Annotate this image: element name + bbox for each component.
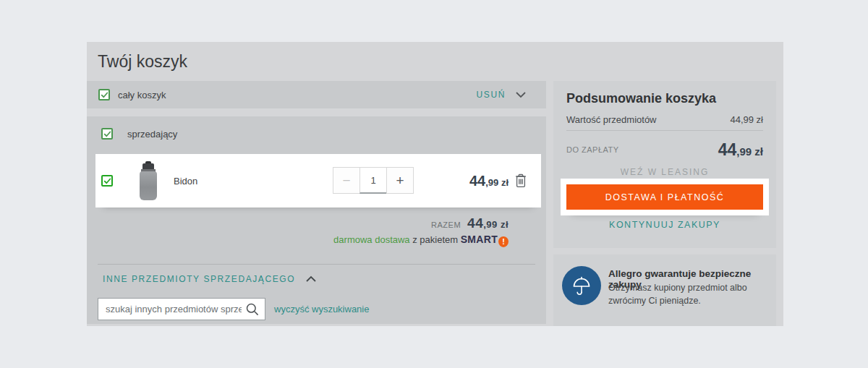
quantity-stepper: − + [333,167,414,194]
cart-container: Twój koszyk cały koszyk USUŃ [87,42,783,326]
product-row: Bidon − + 44,99 zł [100,158,537,203]
summary-divider [566,130,763,131]
page-title: Twój koszyk [98,52,187,72]
items-value: 44,99 zł [730,114,763,125]
remove-all-link[interactable]: USUŃ [477,90,506,100]
smart-logo: SMART [461,234,498,245]
clear-search-link[interactable]: wyczyść wyszukiwanie [274,304,369,314]
totals-line: RAZEM44,99 zł [333,215,509,231]
product-name[interactable]: Bidon [174,176,197,187]
product-price: 44,99 zł [469,173,509,189]
leasing-link[interactable]: WEŹ W LEASING [553,167,776,177]
free-delivery-label: darmowa dostawa [333,234,410,245]
umbrella-icon [562,266,601,305]
seller-row: sprzedający [101,128,177,140]
search-icon[interactable] [245,302,260,317]
search-box [98,298,265,320]
checkmark-icon [103,130,111,138]
checkmark-icon [101,91,109,99]
price-frac: ,99 zł [485,177,509,188]
section-divider [98,264,535,265]
items-value-row: Wartość przedmiotów 44,99 zł [566,114,763,125]
guarantee-panel: Allegro gwarantuje bezpieczne zakupy Otr… [553,254,776,326]
totals-label: RAZEM [431,221,461,229]
other-items-header[interactable]: INNE PRZEDMIOTY SPRZEDAJĄCEGO [103,273,317,286]
quantity-increase-button[interactable]: + [386,167,414,194]
select-all-label[interactable]: cały koszyk [118,90,166,100]
seller-search-row: wyczyść wyszukiwanie [98,298,369,320]
search-input[interactable] [98,304,265,314]
to-pay-row: DO ZAPŁATY 44,99 zł [566,139,763,161]
cart-totals: RAZEM44,99 zł darmowa dostawa z pakietem… [333,215,509,247]
chevron-down-icon[interactable] [515,88,527,101]
checkout-button[interactable]: DOSTAWA I PŁATNOŚĆ [566,184,763,210]
delivery-line: darmowa dostawa z pakietem SMART! [333,234,509,247]
seller-checkbox[interactable] [101,128,113,140]
seller-label[interactable]: sprzedający [127,129,177,140]
smart-badge-icon: ! [498,236,509,247]
cart-summary-panel: Podsumowanie koszyka Wartość przedmiotów… [553,81,776,248]
checkmark-icon [103,177,111,185]
chevron-up-icon[interactable] [305,273,317,286]
guarantee-description: Otrzymasz kupiony przedmiot albo zwrócim… [608,282,776,308]
to-pay-price: 44,99 zł [718,140,763,160]
cart-select-all-bar: cały koszyk USUŃ [87,81,546,108]
seller-section: sprzedający Bidon − + 44,99 [87,116,546,324]
other-items-label[interactable]: INNE PRZEDMIOTY SPRZEDAJĄCEGO [103,274,295,284]
cart-page: Twój koszyk cały koszyk USUŃ [0,0,868,368]
totals-price: 44,99 zł [467,221,509,229]
to-pay-label: DO ZAPŁATY [566,145,619,154]
price-main: 44 [469,173,485,189]
select-all-checkbox[interactable] [98,89,110,100]
trash-icon[interactable] [514,173,528,189]
items-value-label: Wartość przedmiotów [566,114,657,125]
summary-title: Podsumowanie koszyka [566,91,716,106]
product-checkbox[interactable] [101,175,113,187]
with-package-label: z pakietem [412,234,458,245]
quantity-input[interactable] [359,167,387,194]
product-image [137,161,159,200]
continue-shopping-link[interactable]: KONTYNUUJ ZAKUPY [553,220,776,230]
quantity-decrease-button[interactable]: − [333,167,360,194]
